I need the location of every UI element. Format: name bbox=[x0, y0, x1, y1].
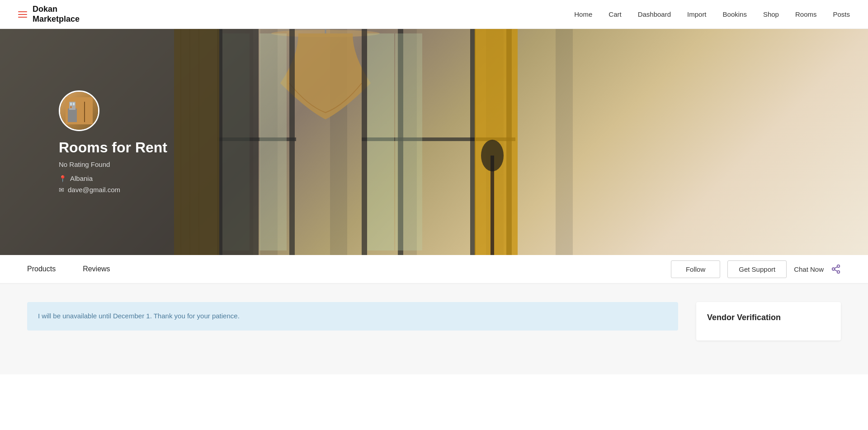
vendor-verification-title: Vendor Verification bbox=[707, 313, 830, 322]
hero-banner: Rooms for Rent No Rating Found 📍 Albania… bbox=[0, 29, 868, 255]
nav-link-bookins[interactable]: Bookins bbox=[723, 10, 747, 18]
nav-item-home[interactable]: Home bbox=[574, 10, 592, 19]
svg-line-34 bbox=[835, 269, 837, 271]
nav-link-rooms[interactable]: Rooms bbox=[795, 10, 817, 18]
svg-rect-17 bbox=[395, 33, 422, 250]
brand-text: Dokan Marketplace bbox=[33, 5, 80, 24]
svg-point-19 bbox=[481, 140, 504, 171]
nav-link-cart[interactable]: Cart bbox=[609, 10, 621, 18]
vendor-rating: No Rating Found bbox=[59, 161, 167, 168]
vendor-meta: 📍 Albania ✉ dave@gmail.com bbox=[59, 175, 167, 194]
nav-link-dashboard[interactable]: Dashboard bbox=[638, 10, 671, 18]
vendor-location: 📍 Albania bbox=[59, 175, 167, 182]
vendor-verify-card: Vendor Verification bbox=[696, 302, 841, 340]
svg-rect-3 bbox=[253, 29, 259, 255]
svg-point-33 bbox=[837, 271, 840, 274]
svg-rect-4 bbox=[289, 29, 295, 255]
tab-reviews[interactable]: Reviews bbox=[83, 263, 110, 275]
nav-item-posts[interactable]: Posts bbox=[833, 10, 850, 19]
action-tabs: Products Reviews bbox=[27, 263, 671, 275]
vendor-email-text: dave@gmail.com bbox=[68, 186, 120, 194]
get-support-button[interactable]: Get Support bbox=[727, 260, 787, 278]
navbar: Dokan Marketplace Home Cart Dashboard Im… bbox=[0, 0, 868, 29]
action-buttons: Follow Get Support Chat Now bbox=[671, 260, 841, 278]
nav-item-rooms[interactable]: Rooms bbox=[795, 10, 817, 19]
tab-products[interactable]: Products bbox=[27, 263, 56, 275]
nav-link-shop[interactable]: Shop bbox=[763, 10, 779, 18]
hamburger-icon[interactable] bbox=[18, 11, 27, 18]
svg-rect-16 bbox=[367, 33, 394, 250]
location-icon: 📍 bbox=[59, 175, 66, 182]
nav-item-dashboard[interactable]: Dashboard bbox=[638, 10, 671, 19]
action-bar: Products Reviews Follow Get Support Chat… bbox=[0, 255, 868, 284]
nav-link-import[interactable]: Import bbox=[687, 10, 707, 18]
content-right: Vendor Verification bbox=[696, 302, 841, 356]
follow-button[interactable]: Follow bbox=[671, 260, 720, 278]
svg-point-31 bbox=[837, 265, 840, 268]
svg-rect-24 bbox=[68, 109, 77, 122]
vendor-avatar bbox=[59, 90, 99, 131]
nav-item-import[interactable]: Import bbox=[687, 10, 707, 19]
vendor-avatar-image bbox=[60, 92, 98, 130]
main-content: I will be unavailable until December 1. … bbox=[0, 284, 868, 374]
share-icon bbox=[831, 264, 841, 274]
vendor-email: ✉ dave@gmail.com bbox=[59, 186, 167, 194]
email-icon: ✉ bbox=[59, 186, 64, 194]
brand: Dokan Marketplace bbox=[18, 5, 80, 24]
nav-link-home[interactable]: Home bbox=[574, 10, 592, 18]
svg-rect-27 bbox=[73, 103, 75, 105]
svg-rect-28 bbox=[70, 106, 72, 108]
svg-rect-26 bbox=[70, 103, 72, 105]
svg-rect-15 bbox=[259, 33, 287, 250]
nav-item-bookins[interactable]: Bookins bbox=[723, 10, 747, 19]
vendor-location-text: Albania bbox=[70, 175, 93, 182]
svg-line-35 bbox=[835, 267, 837, 269]
nav-links: Home Cart Dashboard Import Bookins Shop … bbox=[574, 10, 850, 19]
svg-point-32 bbox=[832, 268, 835, 270]
share-button[interactable] bbox=[831, 264, 841, 274]
svg-rect-5 bbox=[362, 29, 367, 255]
vendor-info: Rooms for Rent No Rating Found 📍 Albania… bbox=[59, 90, 167, 194]
vendor-name: Rooms for Rent bbox=[59, 139, 167, 156]
chat-now-button[interactable]: Chat Now bbox=[794, 265, 824, 273]
nav-item-cart[interactable]: Cart bbox=[609, 10, 621, 19]
nav-item-shop[interactable]: Shop bbox=[763, 10, 779, 19]
content-left: I will be unavailable until December 1. … bbox=[27, 302, 678, 356]
notice-box: I will be unavailable until December 1. … bbox=[27, 302, 678, 331]
nav-link-posts[interactable]: Posts bbox=[833, 10, 850, 18]
